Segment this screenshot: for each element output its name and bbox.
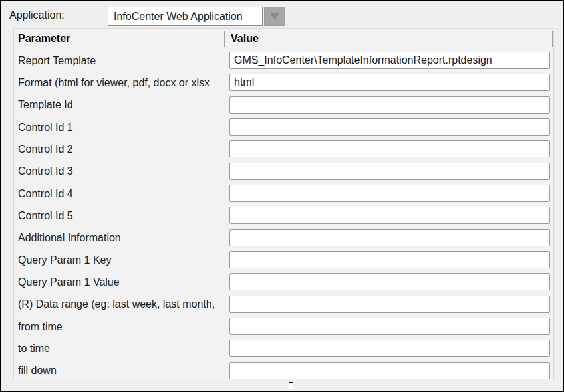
parameter-label: (R) Data range (eg: last week, last mont… bbox=[18, 298, 215, 310]
value-input[interactable] bbox=[229, 185, 550, 202]
parameter-label: Report Template bbox=[18, 55, 96, 67]
value-input[interactable] bbox=[229, 362, 550, 379]
application-window: Application: InfoCenter Web Application … bbox=[0, 0, 564, 392]
value-input[interactable] bbox=[229, 296, 550, 313]
table-row: Additional Information bbox=[14, 227, 553, 249]
parameter-label: Additional Information bbox=[18, 232, 121, 244]
application-dropdown[interactable]: InfoCenter Web Application bbox=[108, 7, 285, 26]
table-rows: Report Template Format (html for viewer,… bbox=[14, 50, 553, 382]
application-label: Application: bbox=[9, 9, 65, 21]
table-row: Template Id bbox=[14, 94, 553, 116]
parameter-label: Query Param 1 Key bbox=[18, 254, 112, 266]
parameter-label: Control Id 1 bbox=[18, 122, 73, 134]
value-input[interactable] bbox=[229, 251, 550, 268]
value-input[interactable] bbox=[229, 118, 550, 136]
value-input[interactable] bbox=[229, 273, 550, 290]
value-input[interactable] bbox=[229, 140, 550, 157]
value-input[interactable] bbox=[229, 340, 550, 357]
column-divider bbox=[552, 31, 553, 47]
value-input[interactable] bbox=[229, 229, 550, 246]
parameter-label: fill down bbox=[18, 365, 57, 377]
parameter-label: Control Id 3 bbox=[18, 165, 73, 177]
application-dropdown-button[interactable] bbox=[264, 7, 285, 26]
value-input[interactable] bbox=[229, 74, 550, 91]
application-dropdown-value[interactable]: InfoCenter Web Application bbox=[108, 7, 263, 26]
parameter-label: Control Id 2 bbox=[18, 144, 73, 155]
value-input[interactable] bbox=[229, 207, 550, 224]
table-row: Report Template bbox=[14, 50, 553, 72]
parameter-label: Control Id 4 bbox=[18, 188, 73, 200]
parameter-column-header: Parameter bbox=[18, 33, 70, 45]
table-row: Format (html for viewer, pdf, docx or xl… bbox=[14, 72, 553, 94]
table-row: from time bbox=[14, 316, 553, 338]
value-column-header: Value bbox=[231, 33, 259, 45]
table-row: to time bbox=[14, 338, 553, 359]
table-header: Parameter Value bbox=[14, 29, 553, 49]
parameter-label: to time bbox=[18, 343, 50, 355]
horizontal-scrollbar-thumb[interactable] bbox=[289, 382, 293, 389]
parameter-label: from time bbox=[18, 321, 63, 333]
column-divider bbox=[224, 31, 225, 47]
value-input[interactable] bbox=[229, 318, 550, 335]
table-row: Control Id 2 bbox=[14, 138, 553, 160]
parameter-table: Parameter Value Report Template Format (… bbox=[13, 28, 554, 381]
parameter-label: Control Id 5 bbox=[18, 210, 73, 222]
table-row: Control Id 4 bbox=[14, 183, 553, 205]
table-row: Control Id 5 bbox=[14, 205, 553, 227]
value-input[interactable] bbox=[229, 96, 550, 114]
table-row: (R) Data range (eg: last week, last mont… bbox=[14, 294, 553, 316]
parameter-label: Query Param 1 Value bbox=[18, 276, 120, 288]
parameter-label: Format (html for viewer, pdf, docx or xl… bbox=[18, 77, 210, 89]
parameter-label: Template Id bbox=[18, 99, 73, 111]
value-input[interactable] bbox=[229, 163, 550, 180]
table-row: Control Id 3 bbox=[14, 161, 553, 183]
value-input[interactable] bbox=[229, 52, 550, 69]
table-row: fill down bbox=[14, 360, 553, 382]
table-row: Control Id 1 bbox=[14, 116, 553, 138]
table-row: Query Param 1 Key bbox=[14, 249, 553, 271]
dropdown-arrow-icon bbox=[269, 13, 280, 20]
table-row: Query Param 1 Value bbox=[14, 271, 553, 293]
